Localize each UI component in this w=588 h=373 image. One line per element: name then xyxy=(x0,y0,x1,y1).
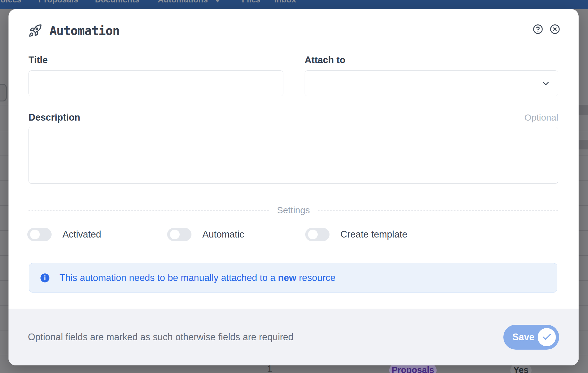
toggle-activated-label: Activated xyxy=(63,229,101,240)
close-icon xyxy=(550,24,560,34)
banner-text: This automation needs to be manually att… xyxy=(59,272,336,283)
screen: 1 Proposals Yes oices Proposals Document… xyxy=(0,0,588,373)
nav-item-files[interactable]: Files xyxy=(242,0,261,4)
footer-note: Optional fields are marked as such other… xyxy=(28,332,293,343)
automation-dialog: Automation xyxy=(8,9,579,365)
info-icon xyxy=(40,273,50,283)
nav-item-automations[interactable]: Automations xyxy=(158,0,208,4)
help-button[interactable] xyxy=(533,24,543,34)
toggle-activated[interactable] xyxy=(27,228,52,241)
toggle-knob xyxy=(170,230,180,239)
chevron-down-icon xyxy=(541,79,551,90)
dialog-header: Automation xyxy=(28,24,120,38)
close-button[interactable] xyxy=(550,24,560,34)
toggle-automatic-label: Automatic xyxy=(202,229,244,240)
save-button-label: Save xyxy=(512,332,534,343)
help-circle-icon xyxy=(533,24,543,34)
title-input[interactable] xyxy=(29,70,283,96)
optional-tag: Optional xyxy=(524,112,558,123)
dialog-footer: Optional fields are marked as such other… xyxy=(8,309,579,365)
attach-to-select[interactable] xyxy=(305,70,558,96)
save-button[interactable]: Save xyxy=(503,325,559,350)
nav-item-inbox[interactable]: Inbox xyxy=(274,0,296,4)
check-circle-icon xyxy=(538,328,556,346)
description-label: Description xyxy=(29,112,80,123)
attach-to-label: Attach to xyxy=(305,55,558,70)
rocket-icon xyxy=(28,24,42,38)
toggle-knob xyxy=(30,230,40,239)
settings-divider: Settings xyxy=(29,205,558,215)
settings-divider-label: Settings xyxy=(277,205,310,215)
nav-item-invoices[interactable]: oices xyxy=(1,0,22,4)
dialog-title: Automation xyxy=(49,24,120,38)
divider-line xyxy=(318,210,558,210)
divider-line xyxy=(29,210,269,210)
info-banner: This automation needs to be manually att… xyxy=(29,263,557,293)
nav-item-documents[interactable]: Documents xyxy=(95,0,140,4)
toggle-knob xyxy=(308,230,318,239)
nav-item-proposals[interactable]: Proposals xyxy=(39,0,78,4)
top-nav: oices Proposals Documents Automations Fi… xyxy=(0,0,588,9)
description-textarea[interactable] xyxy=(29,127,558,184)
title-label: Title xyxy=(29,55,283,70)
toggle-create-template[interactable] xyxy=(305,228,329,241)
toggle-create-template-label: Create template xyxy=(340,229,407,240)
chevron-down-icon xyxy=(215,0,221,2)
toggle-automatic[interactable] xyxy=(167,228,191,241)
dimmed-card-outline xyxy=(0,84,7,101)
